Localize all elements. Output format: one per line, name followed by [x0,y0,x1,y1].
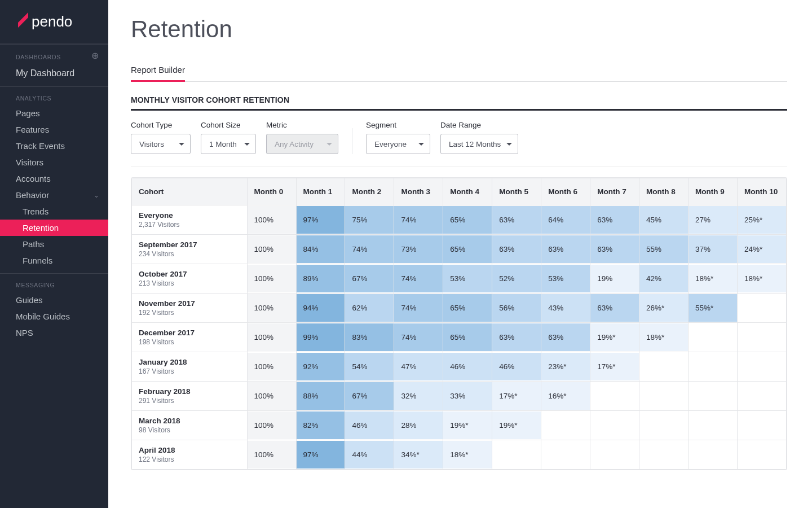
retention-cell [737,411,786,440]
nav-subitem-trends[interactable]: Trends [0,203,108,220]
select-segment[interactable]: Everyone [366,134,430,154]
cohort-name: October 2017 [139,270,240,278]
retention-cell [639,352,689,382]
retention-cell: 17%* [492,382,541,411]
add-dashboard-icon[interactable]: ⊕ [91,51,99,60]
retention-cell: 34%* [394,440,443,470]
caret-down-icon [418,143,424,146]
control-label: Cohort Size [201,121,256,129]
nav-subitem-paths[interactable]: Paths [0,236,108,252]
retention-cell: 65% [443,235,492,264]
retention-cell: 100% [247,235,296,264]
col-month-0: Month 0 [247,178,296,205]
nav-subitem-retention[interactable]: Retention [0,220,108,236]
retention-cell: 67% [345,264,394,294]
table-row: January 2018167 Visitors100%92%54%47%46%… [132,352,787,382]
tab-report-builder[interactable]: Report Builder [131,60,185,82]
cohort-visitor-count: 291 Visitors [139,397,240,405]
control-label: Metric [266,121,338,129]
retention-cell: 63% [492,323,541,352]
cohort-name: April 2018 [139,446,240,454]
retention-cell: 27% [689,205,738,235]
retention-cell [590,411,639,440]
retention-cell: 64% [541,205,590,235]
nav-item-behavior[interactable]: Behavior ⌄ [0,187,108,203]
col-month-4: Month 4 [443,178,492,205]
retention-cell: 45% [639,205,689,235]
table-row: December 2017198 Visitors100%99%83%74%65… [132,323,787,352]
col-month-10: Month 10 [737,178,786,205]
nav-item-features[interactable]: Features [0,121,108,138]
select-cohort-type[interactable]: Visitors [131,134,191,154]
caret-down-icon [506,143,512,146]
cohort-cell: October 2017213 Visitors [132,264,248,294]
retention-cell: 42% [639,264,689,294]
retention-cell: 97% [296,205,345,235]
caret-down-icon [244,143,250,146]
nav-item-visitors[interactable]: Visitors [0,154,108,170]
nav-item-guides[interactable]: Guides [0,292,108,308]
chevron-down-icon: ⌄ [94,191,99,199]
control-cohort-size: Cohort Size 1 Month [201,121,256,154]
controls-row: Cohort Type Visitors Cohort Size 1 Month… [131,121,787,167]
retention-cell: 24%* [737,235,786,264]
table-row: March 201898 Visitors100%82%46%28%19%*19… [132,411,787,440]
retention-cell: 65% [443,205,492,235]
tabs: Report Builder [131,60,787,82]
retention-cell: 88% [296,382,345,411]
select-value: Visitors [139,140,164,148]
cohort-cell: Everyone2,317 Visitors [132,205,248,235]
select-value: Everyone [374,140,407,148]
select-cohort-size[interactable]: 1 Month [201,134,256,154]
retention-cell: 100% [247,440,296,470]
retention-cell: 44% [345,440,394,470]
retention-cell [639,411,689,440]
table-row: October 2017213 Visitors100%89%67%74%53%… [132,264,787,294]
control-cohort-type: Cohort Type Visitors [131,121,191,154]
retention-cell: 92% [296,352,345,382]
cohort-cell: March 201898 Visitors [132,411,248,440]
cohort-name: Everyone [139,211,240,220]
nav-subitem-funnels[interactable]: Funnels [0,252,108,269]
brand-logo[interactable]: pendo [0,0,108,44]
cohort-name: January 2018 [139,358,240,366]
retention-cell [737,352,786,382]
cohort-cell: April 2018122 Visitors [132,440,248,470]
col-month-6: Month 6 [541,178,590,205]
control-label: Date Range [440,121,518,129]
cohort-visitor-count: 98 Visitors [139,426,240,434]
nav-item-my-dashboard[interactable]: My Dashboard [0,65,108,82]
retention-cell: 74% [394,294,443,323]
retention-cell: 46% [492,352,541,382]
retention-cell: 100% [247,411,296,440]
retention-cell: 84% [296,235,345,264]
retention-cell: 25%* [737,205,786,235]
nav-item-mobile-guides[interactable]: Mobile Guides [0,308,108,325]
retention-cell: 74% [345,235,394,264]
cohort-cell: January 2018167 Visitors [132,352,248,382]
cohort-name: February 2018 [139,387,240,396]
divider [352,128,352,154]
nav-item-label: Behavior [16,190,49,200]
nav-item-accounts[interactable]: Accounts [0,170,108,187]
control-metric: Metric Any Activity [266,121,338,154]
retention-cell: 94% [296,294,345,323]
retention-cell: 18%* [689,264,738,294]
nav-item-nps[interactable]: NPS [0,325,108,341]
retention-cell: 18%* [737,264,786,294]
pendo-logo-icon: pendo [18,12,91,32]
select-date-range[interactable]: Last 12 Months [440,134,518,154]
nav-item-track-events[interactable]: Track Events [0,138,108,154]
table-row: November 2017192 Visitors100%94%62%74%65… [132,294,787,323]
retention-cell: 33% [443,382,492,411]
retention-cell: 100% [247,352,296,382]
main-content: Retention Report Builder MONTHLY VISITOR… [108,0,812,508]
retention-cell: 47% [394,352,443,382]
nav-item-pages[interactable]: Pages [0,105,108,121]
col-month-5: Month 5 [492,178,541,205]
retention-cell: 67% [345,382,394,411]
select-value: Last 12 Months [449,140,501,148]
col-cohort: Cohort [132,178,248,205]
retention-cell [541,440,590,470]
svg-text:pendo: pendo [32,13,72,30]
